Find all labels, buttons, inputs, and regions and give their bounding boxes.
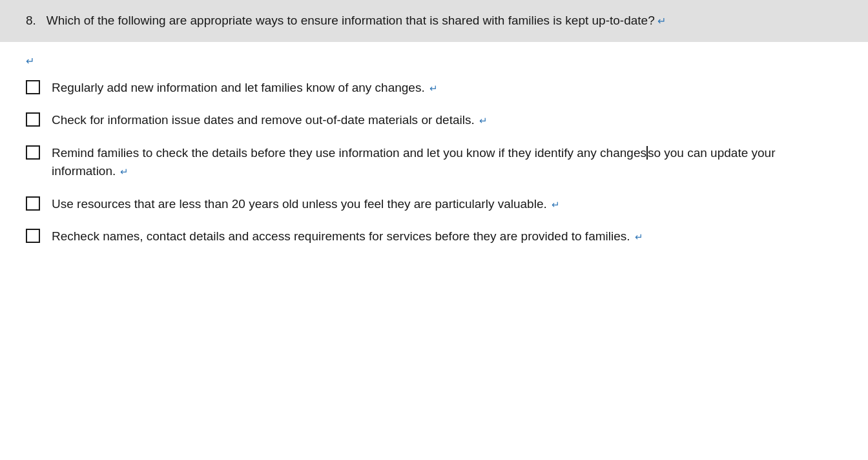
checkbox-4[interactable]	[26, 196, 40, 211]
list-item: Remind families to check the details bef…	[26, 144, 842, 181]
list-item: Regularly add new information and let fa…	[26, 79, 842, 98]
item-label-3a: Remind families to check the details bef…	[52, 146, 646, 160]
item-label-4: Use resources that are less than 20 year…	[52, 197, 547, 211]
content-area: ↵ Regularly add new information and let …	[0, 42, 868, 280]
list-item: Use resources that are less than 20 year…	[26, 195, 842, 214]
item-text-1: Regularly add new information and let fa…	[52, 79, 842, 98]
item-label-2: Check for information issue dates and re…	[52, 113, 475, 127]
question-number: 8. Which of the following are appropriat…	[26, 14, 666, 27]
checkbox-3[interactable]	[26, 145, 40, 160]
checkbox-list: Regularly add new information and let fa…	[26, 79, 842, 246]
item-text-2: Check for information issue dates and re…	[52, 111, 842, 130]
item-text-4: Use resources that are less than 20 year…	[52, 195, 842, 214]
question-header: 8. Which of the following are appropriat…	[0, 0, 868, 42]
item-return-5: ↵	[632, 231, 643, 242]
item-text-3: Remind families to check the details bef…	[52, 144, 842, 181]
list-item: Recheck names, contact details and acces…	[26, 227, 842, 246]
intro-return-symbol: ↵	[26, 56, 34, 67]
item-return-1: ↵	[427, 83, 438, 94]
item-label-1: Regularly add new information and let fa…	[52, 81, 425, 94]
item-return-2: ↵	[477, 115, 488, 126]
item-return-3: ↵	[118, 166, 129, 177]
question-return-symbol: ↵	[655, 16, 666, 26]
list-item: Check for information issue dates and re…	[26, 111, 842, 130]
question-number-label: 8.	[26, 14, 36, 27]
question-text: Which of the following are appropriate w…	[46, 14, 655, 27]
checkbox-1[interactable]	[26, 80, 40, 94]
item-label-5: Recheck names, contact details and acces…	[52, 229, 630, 243]
intro-return: ↵	[26, 55, 842, 67]
item-text-5: Recheck names, contact details and acces…	[52, 227, 842, 246]
checkbox-5[interactable]	[26, 229, 40, 243]
checkbox-2[interactable]	[26, 112, 40, 127]
item-return-4: ↵	[549, 199, 560, 210]
